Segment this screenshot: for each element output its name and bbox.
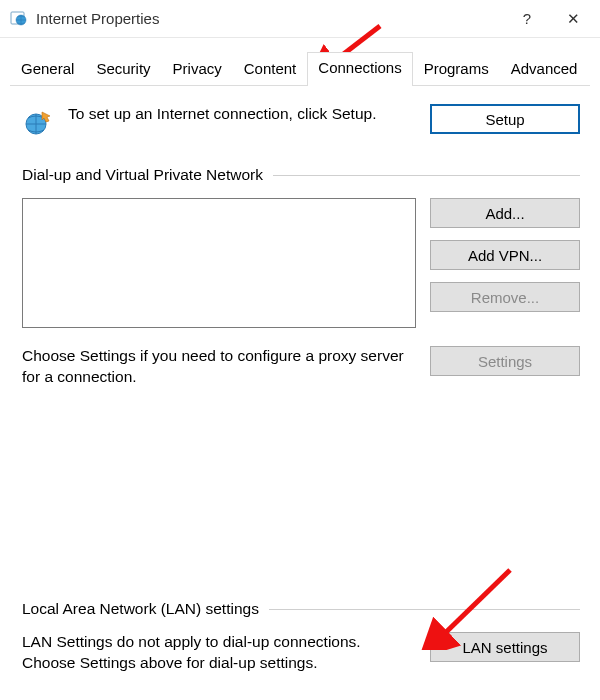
close-button[interactable]: ✕ bbox=[550, 2, 596, 36]
lan-heading: Local Area Network (LAN) settings bbox=[22, 600, 259, 618]
tab-connections[interactable]: Connections bbox=[307, 52, 412, 86]
dialup-connections-listbox[interactable] bbox=[22, 198, 416, 328]
remove-button[interactable]: Remove... bbox=[430, 282, 580, 312]
titlebar: Internet Properties ? ✕ bbox=[0, 0, 600, 38]
setup-button[interactable]: Setup bbox=[430, 104, 580, 134]
internet-options-icon bbox=[10, 10, 28, 28]
setup-row: To set up an Internet connection, click … bbox=[22, 104, 580, 138]
connection-wizard-icon bbox=[22, 106, 54, 138]
dialup-heading-row: Dial-up and Virtual Private Network bbox=[22, 166, 580, 184]
dialup-settings-button[interactable]: Settings bbox=[430, 346, 580, 376]
tab-security[interactable]: Security bbox=[85, 53, 161, 85]
divider bbox=[269, 609, 580, 610]
dialup-buttons: Add... Add VPN... Remove... bbox=[430, 198, 580, 312]
lan-settings-button[interactable]: LAN settings bbox=[430, 632, 580, 662]
dialup-row: Add... Add VPN... Remove... bbox=[22, 198, 580, 328]
tab-content[interactable]: Content bbox=[233, 53, 308, 85]
lan-description: LAN Settings do not apply to dial-up con… bbox=[22, 632, 416, 674]
tab-programs[interactable]: Programs bbox=[413, 53, 500, 85]
lan-row: LAN Settings do not apply to dial-up con… bbox=[22, 632, 580, 674]
divider bbox=[273, 175, 580, 176]
help-button[interactable]: ? bbox=[504, 2, 550, 36]
dialup-heading: Dial-up and Virtual Private Network bbox=[22, 166, 263, 184]
add-vpn-button[interactable]: Add VPN... bbox=[430, 240, 580, 270]
add-button[interactable]: Add... bbox=[430, 198, 580, 228]
window-title: Internet Properties bbox=[36, 10, 504, 27]
tab-strip: General Security Privacy Content Connect… bbox=[0, 42, 600, 85]
lan-heading-row: Local Area Network (LAN) settings bbox=[22, 600, 580, 618]
proxy-description: Choose Settings if you need to configure… bbox=[22, 346, 416, 388]
tab-privacy[interactable]: Privacy bbox=[162, 53, 233, 85]
connections-panel: To set up an Internet connection, click … bbox=[0, 86, 600, 398]
tab-general[interactable]: General bbox=[10, 53, 85, 85]
lan-group: Local Area Network (LAN) settings LAN Se… bbox=[22, 600, 580, 674]
proxy-row: Choose Settings if you need to configure… bbox=[22, 346, 580, 388]
setup-description: To set up an Internet connection, click … bbox=[68, 104, 416, 125]
tab-advanced[interactable]: Advanced bbox=[500, 53, 589, 85]
